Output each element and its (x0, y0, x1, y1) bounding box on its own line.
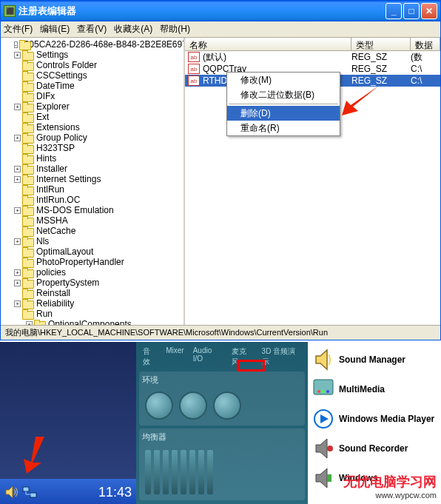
string-value-icon: ab (188, 75, 200, 86)
tree-item[interactable]: Extensions (2, 122, 182, 132)
value-name: (默认) (203, 51, 226, 64)
menu-edit[interactable]: 编辑(E) (40, 23, 70, 36)
tree-item[interactable]: +PropertySystem (2, 278, 182, 288)
tree-item[interactable]: +Reliability (2, 298, 182, 309)
list-row[interactable]: ab(默认)REG_SZ(数 (185, 51, 440, 63)
tree-item[interactable]: Ext (2, 112, 182, 122)
tree-item[interactable]: +Group Policy (2, 132, 182, 143)
tree-item[interactable]: PhotoPropertyHandler (2, 257, 182, 267)
tree-toggle-icon[interactable]: + (14, 52, 21, 58)
tree-item[interactable]: H323TSP (2, 143, 182, 153)
eq-slider[interactable] (198, 450, 204, 494)
tree-item[interactable]: +Explorer (2, 101, 182, 112)
col-name[interactable]: 名称 (185, 38, 351, 50)
ctx-modify[interactable]: 修改(M) (227, 73, 340, 87)
tree-toggle-icon[interactable]: + (14, 166, 21, 172)
app-list-item[interactable]: MultiMedia (312, 376, 437, 403)
tab-3d[interactable]: 3D 音频演示 (258, 345, 305, 369)
ctx-rename[interactable]: 重命名(R) (227, 121, 340, 135)
eq-slider[interactable] (154, 450, 160, 494)
ctx-delete[interactable]: 删除(D) (227, 106, 340, 121)
eq-slider[interactable] (172, 450, 178, 494)
close-button[interactable]: ✕ (421, 3, 437, 19)
tree-item[interactable]: +Settings (2, 50, 182, 60)
knob[interactable] (213, 392, 241, 420)
app-list-item[interactable]: Windows Media Player (312, 406, 437, 432)
tree-toggle-icon[interactable]: + (14, 269, 21, 276)
app-label: Sound Recorder (339, 443, 408, 454)
eq-slider[interactable] (189, 450, 195, 494)
tree-toggle-icon[interactable]: + (14, 300, 21, 307)
tree-item[interactable]: IntlRun (2, 184, 182, 195)
tree-item[interactable]: +Nls (2, 236, 182, 246)
col-type[interactable]: 类型 (351, 38, 411, 50)
eq-slider[interactable] (181, 450, 186, 494)
network-icon[interactable] (22, 486, 37, 498)
tree-item[interactable]: +policies (2, 267, 182, 278)
speaker-icon[interactable] (4, 485, 19, 500)
eq-header: 均衡器 (142, 431, 302, 443)
tree-item[interactable]: MSSHA (2, 215, 182, 226)
ctx-modify-binary[interactable]: 修改二进位数据(B) (227, 87, 340, 102)
tree-toggle-icon[interactable]: + (14, 135, 21, 141)
tree-item[interactable]: CSCSettings (2, 70, 182, 81)
tree-item[interactable]: Hints (2, 153, 182, 164)
titlebar[interactable]: ⬛ 注册表编辑器 _ □ ✕ (1, 1, 440, 21)
knob[interactable] (145, 392, 173, 420)
minimize-button[interactable]: _ (386, 3, 402, 19)
eq-slider[interactable] (145, 450, 151, 494)
knob[interactable] (179, 392, 207, 420)
tree-label: DIFx (36, 91, 55, 101)
list-header: 名称 类型 数据 (185, 38, 440, 51)
value-data: C:\ (411, 64, 440, 74)
svg-point-5 (317, 390, 320, 393)
tree-label: NetCache (36, 226, 75, 236)
tree-pane[interactable]: -{305CA226-D286-468e-B848-2B2E8E697B74}+… (1, 38, 185, 325)
tree-item[interactable]: +Installer (2, 164, 182, 174)
tree-item[interactable]: Run (2, 309, 182, 319)
eq-slider[interactable] (163, 450, 169, 494)
tree-label: Controls Folder (36, 60, 97, 70)
folder-icon (34, 320, 46, 326)
red-arrow-annotation (342, 86, 379, 118)
tree-toggle-icon[interactable]: + (26, 321, 33, 326)
eq-slider[interactable] (207, 450, 213, 494)
tab-audio[interactable]: Audio I/O (189, 345, 226, 369)
tree-item[interactable]: Reinstall (2, 288, 182, 298)
folder-icon (22, 195, 34, 205)
app-list-item[interactable]: Sound Recorder (312, 435, 437, 462)
tree-item[interactable]: DateTime (2, 81, 182, 91)
app-list-item[interactable]: Sound Manager (312, 346, 437, 373)
list-pane[interactable]: 名称 类型 数据 ab(默认)REG_SZ(数abQQPCTrayREG_SZC… (185, 38, 440, 325)
tree-item[interactable]: IntlRun.OC (2, 195, 182, 205)
menu-file[interactable]: 文件(F) (4, 23, 33, 36)
tree-toggle-icon[interactable]: + (14, 207, 21, 214)
folder-icon (22, 226, 34, 236)
tree-toggle-icon[interactable]: + (14, 104, 21, 110)
tree-item[interactable]: -{305CA226-D286-468e-B848-2B2E8E697B74} (2, 39, 182, 50)
tree-item[interactable]: Controls Folder (2, 60, 182, 70)
tree-item[interactable]: NetCache (2, 226, 182, 236)
col-data[interactable]: 数据 (411, 38, 440, 50)
taskbar-clock[interactable]: 11:43 (98, 485, 132, 500)
tree-toggle-icon[interactable]: + (14, 238, 21, 245)
tab-effect[interactable]: 音效 (139, 345, 161, 369)
value-data: (数 (411, 51, 440, 64)
tree-toggle-icon[interactable]: + (14, 280, 21, 286)
tab-mixer[interactable]: Mixer (162, 345, 187, 369)
tree-label: Hints (36, 153, 56, 164)
maximize-button[interactable]: □ (403, 3, 420, 19)
tree-toggle-icon[interactable]: - (14, 41, 18, 48)
folder-icon (22, 299, 34, 309)
tree-item[interactable]: +Internet Settings (2, 174, 182, 184)
tree-item[interactable]: +OptionalComponents (2, 319, 182, 325)
tree-item[interactable]: +MS-DOS Emulation (2, 205, 182, 215)
string-value-icon: ab (188, 52, 200, 62)
tree-item[interactable]: OptimalLayout (2, 246, 182, 257)
menu-view[interactable]: 查看(V) (77, 23, 107, 36)
red-arrow-annotation (21, 437, 50, 476)
menu-help[interactable]: 帮助(H) (160, 23, 190, 36)
tree-item[interactable]: DIFx (2, 91, 182, 101)
menu-fav[interactable]: 收藏夹(A) (114, 23, 152, 36)
tree-toggle-icon[interactable]: + (14, 176, 21, 183)
